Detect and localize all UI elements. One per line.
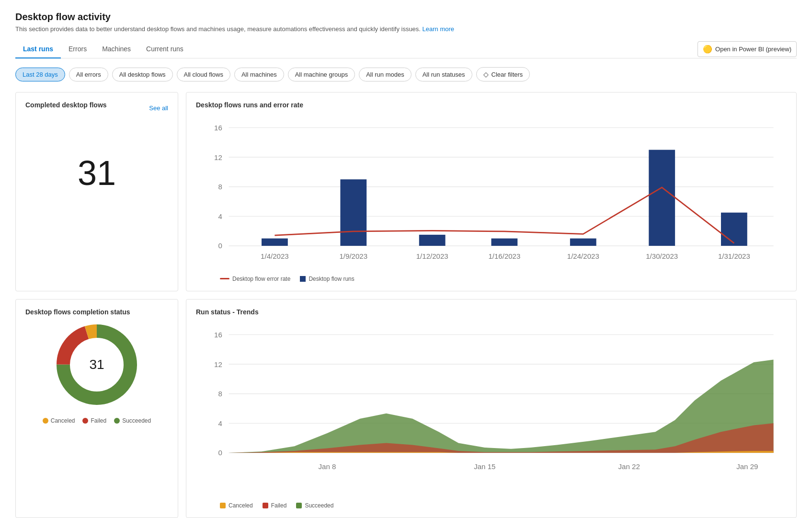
learn-more-link[interactable]: Learn more xyxy=(423,25,454,33)
legend-succeeded: Succeeded xyxy=(114,417,151,424)
filter-last-28-days[interactable]: Last 28 days xyxy=(15,68,65,81)
bar-chart-legend: Desktop flow error rate Desktop flow run… xyxy=(196,276,787,282)
svg-text:1/9/2023: 1/9/2023 xyxy=(340,252,368,260)
filter-all-cloud-flows[interactable]: All cloud flows xyxy=(177,68,230,81)
svg-rect-10 xyxy=(262,239,288,246)
filters-bar: Last 28 days All errors All desktop flow… xyxy=(15,67,797,81)
svg-text:12: 12 xyxy=(214,153,222,161)
svg-text:1/12/2023: 1/12/2023 xyxy=(416,252,448,260)
bottom-grid: Desktop flows completion status 31 xyxy=(15,299,797,518)
trend-succeeded-label: Succeeded xyxy=(305,502,333,509)
tab-current-runs[interactable]: Current runs xyxy=(138,40,191,58)
svg-rect-15 xyxy=(649,150,675,246)
page-title: Desktop flow activity xyxy=(15,12,797,23)
error-rate-label: Desktop flow error rate xyxy=(232,276,290,282)
trend-legend-failed: Failed xyxy=(263,502,287,509)
svg-text:1/24/2023: 1/24/2023 xyxy=(567,252,599,260)
completed-flows-title: Completed desktop flows xyxy=(25,101,107,109)
svg-text:8: 8 xyxy=(218,183,222,191)
svg-text:8: 8 xyxy=(218,390,222,398)
tabs-list: Last runs Errors Machines Current runs xyxy=(15,40,191,58)
page-container: Desktop flow activity This section provi… xyxy=(0,0,812,518)
flow-runs-label: Desktop flow runs xyxy=(309,276,354,282)
trend-chart-svg: 16 12 8 4 0 Jan 8 xyxy=(196,322,787,499)
trend-chart-title: Run status - Trends xyxy=(196,308,787,316)
succeeded-dot xyxy=(114,418,120,424)
legend-canceled: Canceled xyxy=(43,417,75,424)
flow-runs-rect-icon xyxy=(300,276,306,282)
svg-text:1/4/2023: 1/4/2023 xyxy=(261,252,289,260)
svg-rect-16 xyxy=(721,213,747,246)
filter-all-machine-groups[interactable]: All machine groups xyxy=(288,68,355,81)
filter-all-run-modes[interactable]: All run modes xyxy=(359,68,411,81)
trend-canceled-icon xyxy=(220,503,226,508)
svg-text:Jan 29: Jan 29 xyxy=(736,462,758,471)
donut-svg-wrapper: 31 xyxy=(54,322,140,408)
succeeded-label: Succeeded xyxy=(122,417,151,424)
svg-text:Jan 8: Jan 8 xyxy=(319,462,336,471)
donut-container: 31 Canceled Failed Succeeded xyxy=(25,322,168,424)
see-all-link[interactable]: See all xyxy=(149,104,168,112)
legend-flow-runs: Desktop flow runs xyxy=(300,276,354,282)
tab-last-runs[interactable]: Last runs xyxy=(15,40,61,58)
trend-failed-icon xyxy=(263,503,268,508)
bar-chart-card: Desktop flows runs and error rate 16 12 … xyxy=(186,92,797,291)
bar-chart-area: 16 12 8 4 0 xyxy=(196,115,787,282)
svg-text:1/16/2023: 1/16/2023 xyxy=(488,252,520,260)
filter-all-errors[interactable]: All errors xyxy=(69,68,108,81)
powerbi-icon: 🟡 xyxy=(703,45,712,54)
canceled-dot xyxy=(43,418,48,424)
trend-chart-card: Run status - Trends 16 12 8 4 0 xyxy=(186,299,797,518)
failed-dot xyxy=(82,418,88,424)
succeeded-area xyxy=(229,359,774,453)
svg-text:Jan 15: Jan 15 xyxy=(474,462,495,471)
failed-label: Failed xyxy=(91,417,106,424)
svg-text:4: 4 xyxy=(218,212,222,220)
open-powerbi-button[interactable]: 🟡 Open in Power BI (preview) xyxy=(698,41,797,57)
donut-center-value: 31 xyxy=(89,357,104,372)
svg-text:Jan 22: Jan 22 xyxy=(618,462,640,471)
page-subtitle: This section provides data to better und… xyxy=(15,25,797,33)
eraser-icon: ◇ xyxy=(483,70,489,78)
filter-all-desktop-flows[interactable]: All desktop flows xyxy=(112,68,173,81)
svg-text:16: 16 xyxy=(214,331,222,339)
donut-chart-title: Desktop flows completion status xyxy=(25,308,168,316)
legend-error-rate: Desktop flow error rate xyxy=(220,276,290,282)
trend-chart-legend: Canceled Failed Succeeded xyxy=(196,502,787,509)
filter-all-run-statuses[interactable]: All run statuses xyxy=(415,68,472,81)
trend-chart-area: 16 12 8 4 0 Jan 8 xyxy=(196,322,787,509)
bar-chart-svg: 16 12 8 4 0 xyxy=(196,115,787,272)
completed-flows-card: Completed desktop flows See all 31 xyxy=(15,92,178,291)
svg-text:12: 12 xyxy=(214,360,222,368)
trend-legend-canceled: Canceled xyxy=(220,502,253,509)
svg-rect-11 xyxy=(340,179,366,246)
trend-failed-label: Failed xyxy=(271,502,287,509)
svg-text:1/30/2023: 1/30/2023 xyxy=(646,252,678,260)
donut-legend: Canceled Failed Succeeded xyxy=(43,417,151,424)
tabs-bar: Last runs Errors Machines Current runs 🟡… xyxy=(15,40,797,58)
svg-text:4: 4 xyxy=(218,419,222,427)
trend-legend-succeeded: Succeeded xyxy=(296,502,333,509)
svg-text:16: 16 xyxy=(214,124,222,132)
bar-chart-title: Desktop flows runs and error rate xyxy=(196,101,787,109)
top-grid: Completed desktop flows See all 31 Deskt… xyxy=(15,92,797,291)
svg-text:1/31/2023: 1/31/2023 xyxy=(718,252,750,260)
donut-chart-card: Desktop flows completion status 31 xyxy=(15,299,178,518)
completed-flows-header: Completed desktop flows See all xyxy=(25,101,168,115)
canceled-label: Canceled xyxy=(51,417,75,424)
clear-filters-button[interactable]: ◇ Clear filters xyxy=(476,67,530,81)
svg-text:0: 0 xyxy=(218,242,222,250)
tab-machines[interactable]: Machines xyxy=(94,40,138,58)
svg-rect-12 xyxy=(419,235,446,246)
svg-rect-13 xyxy=(492,239,518,246)
legend-failed: Failed xyxy=(82,417,106,424)
tab-errors[interactable]: Errors xyxy=(61,40,94,58)
trend-succeeded-icon xyxy=(296,503,302,508)
error-rate-line-icon xyxy=(220,278,229,279)
trend-canceled-label: Canceled xyxy=(229,502,253,509)
filter-all-machines[interactable]: All machines xyxy=(234,68,284,81)
svg-text:0: 0 xyxy=(218,449,222,457)
completed-flows-count: 31 xyxy=(25,120,168,226)
svg-rect-14 xyxy=(570,239,596,246)
